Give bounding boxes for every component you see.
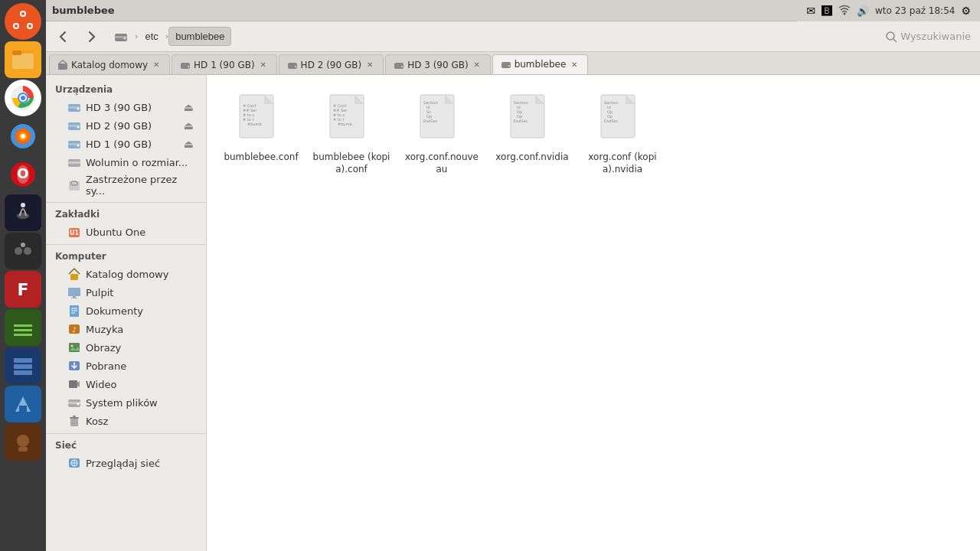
eject-hd2-icon[interactable]: ⏏ xyxy=(184,119,194,132)
breadcrumb-drive-icon[interactable] xyxy=(107,26,135,47)
svg-rect-50 xyxy=(181,63,190,69)
svg-point-84 xyxy=(71,345,74,347)
forward-button[interactable] xyxy=(78,24,106,49)
tab-bumblebee[interactable]: bumblebee ✕ xyxy=(492,54,589,74)
sidebar-item-volum[interactable]: Wolumin o rozmiar... xyxy=(49,153,203,171)
tab-hd2-close[interactable]: ✕ xyxy=(364,60,375,70)
drive-icon xyxy=(67,155,81,169)
app8-button[interactable] xyxy=(5,309,41,346)
sidebar-desktop-label: Pulpit xyxy=(86,287,113,298)
svg-rect-8 xyxy=(12,54,34,69)
file-xorg-nouveau[interactable]: Section Id Sc Op EndSec xorg.conf.nouvea… xyxy=(400,87,484,181)
sidebar-item-documents[interactable]: Dokumenty xyxy=(49,302,203,320)
firefox-icon xyxy=(9,122,37,150)
tab-hd3-label: HD 3 (90 GB) xyxy=(407,60,469,70)
file-bumblebee-kopia-conf-name: bumblebee (kopia).conf xyxy=(312,152,390,175)
svg-rect-37 xyxy=(14,370,32,375)
sidebar-item-downloads[interactable]: Pobrane xyxy=(49,357,203,375)
sidebar-item-images[interactable]: Obrazy xyxy=(49,338,203,357)
svg-point-63 xyxy=(77,126,80,129)
sidebar-item-desktop[interactable]: Pulpit xyxy=(49,283,203,302)
downloads-icon xyxy=(67,359,81,373)
svg-point-53 xyxy=(295,66,296,67)
app6-button[interactable] xyxy=(5,233,41,269)
tab-hd2[interactable]: HD 2 (90 GB) ✕ xyxy=(279,54,384,74)
sidebar-item-hd3[interactable]: HD 3 (90 GB) ⏏ xyxy=(49,98,203,116)
inkscape-button[interactable] xyxy=(5,194,41,231)
sidebar-hd3-label: HD 3 (90 GB) xyxy=(86,102,152,113)
sidebar-item-video[interactable]: Wideo xyxy=(49,375,203,393)
firefox-button[interactable] xyxy=(5,118,41,155)
sidebar-item-ubuntuone[interactable]: U1 Ubuntu One xyxy=(49,223,203,241)
ubuntu-button[interactable] xyxy=(5,3,41,40)
sidebar-item-home[interactable]: Katalog domowy xyxy=(49,265,203,283)
tab-hd3[interactable]: HD 3 (90 GB) ✕ xyxy=(385,54,491,74)
svg-text:U1: U1 xyxy=(70,230,79,236)
back-button[interactable] xyxy=(49,24,77,49)
svg-point-41 xyxy=(17,435,29,447)
eject-hd1-icon[interactable]: ⏏ xyxy=(184,138,194,150)
ubuntu-icon xyxy=(9,8,37,35)
tab-hd1[interactable]: HD 1 (90 GB) ✕ xyxy=(172,54,277,74)
sidebar-hd1-label: HD 1 (90 GB) xyxy=(86,139,152,150)
svg-rect-24 xyxy=(9,237,37,265)
svg-rect-76 xyxy=(71,298,77,298)
svg-rect-35 xyxy=(14,358,32,363)
svg-point-57 xyxy=(508,65,510,67)
sidebar-downloads-label: Pobrane xyxy=(86,360,126,372)
sidebar-item-hd1[interactable]: HD 1 (90 GB) ⏏ xyxy=(49,135,203,153)
tab-bar: Katalog domowy ✕ HD 1 (90 GB) ✕ HD 2 (90… xyxy=(46,52,980,75)
svg-rect-42 xyxy=(18,447,28,452)
sidebar-item-trash[interactable]: Kosz xyxy=(49,412,203,430)
filezilla-button[interactable]: F xyxy=(5,271,41,308)
app9-button[interactable] xyxy=(5,347,41,384)
sidebar-item-zastrzeezone[interactable]: Zastrzeżone przez sy... xyxy=(49,171,203,199)
opera-button[interactable]: O xyxy=(5,156,41,193)
titlebar: bumblebee ✉ 🅱 🔊 wto 23 paź 18:54 ⚙ xyxy=(46,0,980,21)
svg-point-43 xyxy=(844,12,846,15)
images-icon xyxy=(67,341,81,354)
file-bumblebee-conf-name: bumblebee.conf xyxy=(224,152,298,164)
svg-rect-32 xyxy=(14,329,32,331)
toolbar: › etc › bumblebee Wyszukiwanie xyxy=(46,21,980,52)
breadcrumb-etc[interactable]: etc xyxy=(138,27,165,46)
sidebar-item-music[interactable]: ♪ Muzyka xyxy=(49,320,203,338)
files-button[interactable] xyxy=(5,41,41,78)
sidebar-item-filesystem[interactable]: System plików xyxy=(49,393,203,412)
tab-bumblebee-close[interactable]: ✕ xyxy=(569,59,580,70)
chrome-button[interactable] xyxy=(5,80,41,116)
svg-point-13 xyxy=(21,96,25,100)
filezilla-icon: F xyxy=(9,276,37,303)
app11-button[interactable] xyxy=(5,424,41,461)
app11-icon xyxy=(9,429,37,456)
drive-icon xyxy=(67,100,81,114)
svg-point-25 xyxy=(15,247,22,255)
app8-icon xyxy=(9,314,37,341)
svg-rect-92 xyxy=(73,416,76,417)
sidebar-item-hd2[interactable]: HD 2 (90 GB) ⏏ xyxy=(49,116,203,135)
file-bumblebee-conf[interactable]: # Conf ## Ser # to s # to t #bumb bumble… xyxy=(219,87,303,181)
file-bumblebee-kopia-conf[interactable]: # Conf ## Ser # to s # to t #bumb bumble… xyxy=(309,87,394,181)
sidebar-filesystem-label: System plików xyxy=(86,397,158,409)
settings-icon[interactable]: ⚙ xyxy=(961,5,971,17)
eject-hd3-icon[interactable]: ⏏ xyxy=(184,101,194,113)
files-icon xyxy=(9,46,37,73)
svg-text:#bumb: #bumb xyxy=(338,122,352,126)
file-xorg-kopia-nvidia[interactable]: Section Id Op Op EndSec xorg.conf (kopia… xyxy=(580,87,665,181)
file-conf-icon: # Conf ## Ser # to s # to t #bumb xyxy=(327,93,376,148)
file-conf-icon: Section Id Op Op EndSec xyxy=(598,93,647,148)
breadcrumb-bumblebee[interactable]: bumblebee xyxy=(168,27,231,46)
svg-text:F: F xyxy=(17,280,28,299)
sidebar-volum-label: Wolumin o rozmiar... xyxy=(86,157,188,168)
tab-home-close[interactable]: ✕ xyxy=(151,60,162,70)
tab-hd1-close[interactable]: ✕ xyxy=(258,60,269,70)
tab-hd3-close[interactable]: ✕ xyxy=(472,60,482,70)
svg-text:EndSec: EndSec xyxy=(604,119,619,123)
tab-hd1-icon xyxy=(180,60,191,70)
file-xorg-nvidia[interactable]: Section Id Op Op EndSec xorg.conf.nvidia xyxy=(490,87,574,181)
svg-rect-9 xyxy=(12,51,21,55)
sidebar-item-network[interactable]: Przeglądaj sieć xyxy=(49,454,203,472)
tab-home[interactable]: Katalog domowy ✕ xyxy=(49,54,170,74)
divider-3 xyxy=(46,433,206,434)
app10-button[interactable] xyxy=(5,386,41,422)
